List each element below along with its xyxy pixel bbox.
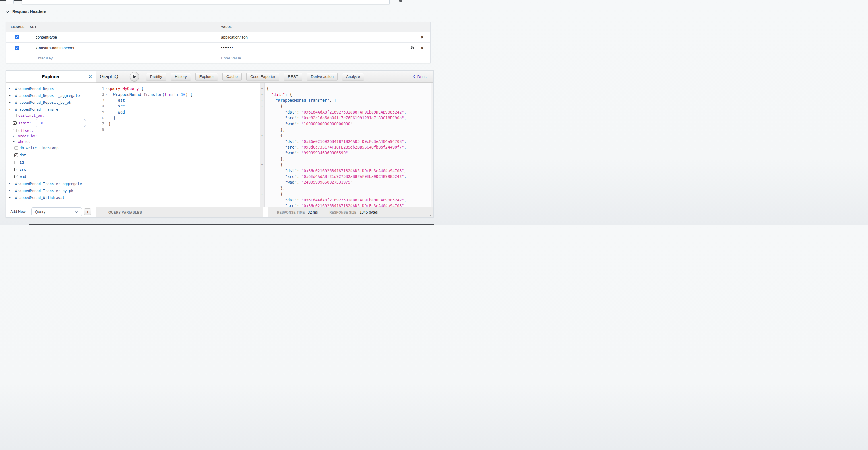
add-new-select[interactable]: Query bbox=[31, 207, 82, 216]
response-line: { bbox=[265, 162, 431, 168]
code-text: WrappedMonad_Transfer(limit: 10) { bbox=[108, 92, 193, 97]
explorer-root-WrappedMonad_Transfer[interactable]: ▼WrappedMonad_Transfer bbox=[6, 106, 96, 113]
explorer-field-id[interactable]: id bbox=[6, 159, 96, 166]
explorer-field-src[interactable]: ✓src bbox=[6, 166, 96, 173]
line-number: 7 bbox=[96, 121, 104, 126]
response-line: "dst": "0x36e0216926341871824AD5fD9cFc3e… bbox=[265, 168, 431, 173]
fold-arrow-icon[interactable]: ▾ bbox=[260, 97, 265, 103]
tree-item-label: WrappedMonad_Transfer_aggregate bbox=[15, 181, 82, 186]
triangle-right-icon: ▶ bbox=[9, 189, 12, 192]
fold-arrow-icon[interactable]: ▾ bbox=[260, 191, 265, 197]
request-headers-section-header[interactable]: Request Headers bbox=[6, 9, 46, 14]
reveal-eye-icon[interactable] bbox=[409, 46, 414, 51]
checkbox-icon[interactable] bbox=[13, 114, 17, 117]
explorer-root-WrappedMonad_Withdrawal[interactable]: ▶WrappedMonad_Withdrawal bbox=[6, 194, 96, 201]
code-text: "src": "0xe82c16a6da04ff7e76F61991281a7f… bbox=[267, 115, 406, 120]
fold-arrow-icon[interactable]: ▾ bbox=[260, 91, 265, 97]
explorer-header: Explorer ✕ bbox=[6, 71, 96, 83]
explorer-arg-distinct_on[interactable]: distinct_on: bbox=[6, 113, 96, 118]
new-header-value-input[interactable]: Enter Value bbox=[217, 53, 430, 63]
remove-header-icon[interactable]: ✕ bbox=[420, 34, 425, 40]
execute-query-button[interactable] bbox=[130, 72, 139, 81]
toolbar-button-code-exporter[interactable]: Code Exporter bbox=[246, 73, 279, 81]
fold-arrow-icon[interactable]: ▾ bbox=[260, 103, 265, 109]
code-text: "dst": "0x36e0216926341871824AD5fD9cFc3e… bbox=[267, 139, 406, 144]
explorer-root-WrappedMonad_Deposit_by_pk[interactable]: ▶WrappedMonad_Deposit_by_pk bbox=[6, 99, 96, 106]
checkbox-icon[interactable]: ✓ bbox=[14, 153, 18, 157]
toolbar-button-cache[interactable]: Cache bbox=[222, 73, 242, 81]
header-value-cell[interactable]: •••••••✕ bbox=[217, 43, 430, 53]
header-key-text: x-hasura-admin-secret bbox=[36, 46, 74, 50]
explorer-field-dst[interactable]: ✓dst bbox=[6, 151, 96, 159]
scrollbar-thumb[interactable] bbox=[399, 0, 402, 2]
explorer-arg-order_by[interactable]: ▶order_by: bbox=[6, 133, 96, 139]
explorer-arg-offset[interactable]: offset: bbox=[6, 128, 96, 133]
tree-item-label: dst bbox=[20, 153, 26, 157]
checkbox-icon[interactable]: ✓ bbox=[13, 121, 17, 125]
triangle-right-icon: ▶ bbox=[13, 135, 16, 137]
response-size-value: 1345 bytes bbox=[360, 210, 378, 214]
explorer-root-WrappedMonad_Transfer_aggregate[interactable]: ▶WrappedMonad_Transfer_aggregate bbox=[6, 180, 96, 187]
code-text: "dst": "0x6Ed4AdA8f21d927532aB8FAF9Eba9D… bbox=[267, 198, 406, 202]
add-new-button[interactable]: + bbox=[84, 208, 91, 215]
request-headers-table: ENABLE KEY VALUE ✓content-typeapplicatio… bbox=[6, 22, 431, 63]
response-line: "data": { bbox=[265, 91, 431, 97]
triangle-down-icon: ▼ bbox=[9, 108, 12, 111]
triangle-right-icon: ▶ bbox=[9, 196, 12, 199]
response-fold-gutter[interactable]: ▾▾▾▾▾▾▾ bbox=[260, 83, 265, 207]
tree-item-label: limit: bbox=[19, 121, 31, 125]
response-line: "wad": "24999999660827531979" bbox=[265, 179, 431, 185]
query-variables-bar[interactable]: QUERY VARIABLES bbox=[96, 207, 264, 217]
explorer-root-WrappedMonad_Deposit[interactable]: ▶WrappedMonad_Deposit bbox=[6, 85, 96, 92]
toolbar-button-rest[interactable]: REST bbox=[284, 73, 302, 81]
code-text: "dst": "0x36e0216926341871824AD5fD9cFc3e… bbox=[267, 168, 406, 173]
header-value-cell[interactable]: application/json✕ bbox=[217, 32, 430, 42]
code-text: query MyQuery { bbox=[108, 86, 144, 91]
fold-arrow-icon[interactable]: ▾ bbox=[260, 133, 265, 138]
url-bar-button-partial[interactable] bbox=[6, 0, 14, 4]
response-time-label: RESPONSE TIME bbox=[277, 210, 305, 214]
new-header-key-input[interactable]: Enter Key bbox=[30, 53, 217, 63]
limit-value-input[interactable] bbox=[35, 119, 86, 127]
fold-arrow-icon[interactable]: ▾ bbox=[104, 93, 108, 96]
fold-arrow-icon[interactable]: ▾ bbox=[260, 86, 265, 91]
explorer-arg-limit[interactable]: ✓limit: bbox=[6, 118, 96, 128]
toolbar-button-analyze[interactable]: Analyze bbox=[342, 73, 364, 81]
explorer-field-db_write_timestamp[interactable]: db_write_timestamp bbox=[6, 144, 96, 151]
explorer-root-WrappedMonad_Transfer_by_pk[interactable]: ▶WrappedMonad_Transfer_by_pk bbox=[6, 187, 96, 194]
checkbox-icon[interactable] bbox=[13, 129, 17, 133]
resize-handle-icon[interactable] bbox=[429, 213, 433, 216]
header-enable-checkbox[interactable]: ✓ bbox=[15, 46, 19, 50]
fold-arrow-icon[interactable]: ▾ bbox=[104, 87, 108, 90]
column-header-enable: ENABLE bbox=[11, 25, 25, 28]
toolbar-button-derive-action[interactable]: Derive action bbox=[307, 73, 338, 81]
add-new-selected-value: Query bbox=[35, 209, 45, 214]
close-icon[interactable]: ✕ bbox=[87, 74, 93, 80]
response-status-bar: RESPONSE TIME 32 ms RESPONSE SIZE 1345 b… bbox=[268, 207, 433, 217]
header-key-cell[interactable]: content-type bbox=[30, 32, 217, 42]
remove-header-icon[interactable]: ✕ bbox=[420, 46, 425, 51]
toolbar-button-explorer[interactable]: Explorer bbox=[195, 73, 218, 81]
bottom-window-edge bbox=[29, 224, 434, 225]
chevron-down-icon bbox=[74, 209, 78, 214]
line-number: 8 bbox=[96, 127, 104, 132]
header-enable-checkbox[interactable]: ✓ bbox=[15, 35, 19, 39]
response-line: "wad": "999999346369986590" bbox=[265, 150, 431, 156]
explorer-root-WrappedMonad_Deposit_aggregate[interactable]: ▶WrappedMonad_Deposit_aggregate bbox=[6, 92, 96, 99]
header-key-cell[interactable]: x-hasura-admin-secret bbox=[30, 43, 217, 53]
toolbar-button-history[interactable]: History bbox=[171, 73, 191, 81]
triangle-right-icon: ▶ bbox=[9, 87, 12, 90]
explorer-field-wad[interactable]: ✓wad bbox=[6, 173, 96, 180]
fold-arrow-icon[interactable]: ▾ bbox=[260, 162, 265, 168]
response-scrollbar[interactable] bbox=[431, 83, 433, 207]
toolbar-button-prettify[interactable]: Prettify bbox=[146, 73, 166, 81]
checkbox-icon[interactable] bbox=[14, 161, 18, 164]
query-editor[interactable]: 1▾query MyQuery {2▾ WrappedMonad_Transfe… bbox=[96, 83, 260, 207]
graphql-endpoint-input-partial[interactable] bbox=[22, 0, 390, 4]
response-line: "src": "0xe82c16a6da04ff7e76F61991281a7f… bbox=[265, 115, 431, 121]
docs-toggle[interactable]: Docs bbox=[406, 71, 433, 82]
explorer-arg-where[interactable]: ▶where: bbox=[6, 139, 96, 144]
checkbox-icon[interactable]: ✓ bbox=[14, 168, 18, 171]
checkbox-icon[interactable] bbox=[14, 146, 18, 150]
checkbox-icon[interactable]: ✓ bbox=[14, 175, 18, 178]
